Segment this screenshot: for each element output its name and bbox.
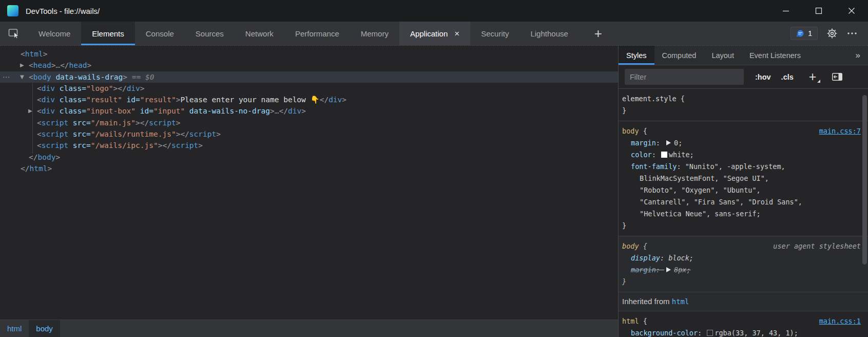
token-a: data-wails-no-drag [185, 107, 270, 115]
tab-welcome[interactable]: Welcome [28, 22, 81, 45]
node-line: <script src="/wails/ipc.js"></script> [37, 140, 203, 151]
tree-row[interactable]: <div class="logo"></div> [0, 83, 618, 94]
tab-console[interactable]: Console [135, 22, 185, 45]
dock-sidebar-button[interactable] [832, 72, 843, 81]
token-b: > [123, 73, 127, 81]
tree-row[interactable]: ▶<head>…</head> [0, 60, 618, 71]
tab-performance[interactable]: Performance [284, 22, 350, 45]
sidebar-tab-layout[interactable]: Layout [704, 46, 742, 65]
tree-row[interactable]: </html> [0, 163, 618, 174]
maximize-button[interactable] [802, 0, 835, 22]
node-line: <script src="/wails/runtime.js"></script… [37, 128, 221, 140]
tab-lighthouse[interactable]: Lighthouse [519, 22, 578, 45]
css-property-margin[interactable]: margin: 0; [622, 137, 864, 149]
token-b: </ [180, 130, 189, 138]
property-value-line: "Roboto", "Oxygen", "Ubuntu", [640, 186, 761, 194]
tab-sources[interactable]: Sources [185, 22, 235, 45]
minimize-button[interactable] [769, 0, 802, 22]
node-line: <html> [21, 48, 47, 60]
tree-row[interactable]: </body> [0, 152, 618, 163]
property-name: background-color [631, 329, 698, 337]
tree-row[interactable]: <html> [0, 48, 618, 60]
collapse-icon[interactable]: ▼ [20, 71, 24, 83]
toggle-element-state-button[interactable]: :hov [755, 73, 771, 81]
open-brace: { [639, 242, 647, 250]
token-v: "/wails/ipc.js" [91, 141, 158, 149]
chat-bubble-icon [796, 29, 804, 38]
token-t: body [37, 153, 55, 161]
tree-row[interactable]: ⋯▼<body data-wails-drag> == $0 [0, 71, 618, 83]
token-e: … [55, 61, 60, 69]
node-line: </html> [21, 163, 52, 174]
css-property-font-family[interactable]: font-family: "Nunito", -apple-system, [622, 161, 864, 173]
tab-label: Layout [711, 51, 734, 60]
expand-icon[interactable]: ▶ [28, 105, 32, 117]
styles-filter-input[interactable] [625, 69, 744, 85]
css-property-margin[interactable]: margin: 8px; [622, 264, 864, 276]
settings-button[interactable] [826, 28, 838, 39]
token-b: </ [21, 164, 29, 173]
sidebar-tab-event-listeners[interactable]: Event Listeners [742, 46, 808, 65]
tab-memory[interactable]: Memory [350, 22, 399, 45]
inherited-node-link[interactable]: html [672, 297, 689, 306]
token-b: > [47, 164, 52, 173]
property-value-line: "Cantarell", "Fira Sans", "Droid Sans", [640, 198, 802, 206]
element-classes-button[interactable]: .cls [781, 73, 794, 81]
more-tabs-button[interactable]: » [848, 46, 868, 65]
expand-longhand-icon[interactable] [666, 140, 671, 145]
breadcrumb-item-body[interactable]: body [29, 320, 60, 337]
inspect-element-button[interactable] [0, 22, 28, 45]
token-b: </ [279, 107, 287, 115]
breadcrumb-item-html[interactable]: html [0, 320, 29, 337]
badge-count: 1 [808, 29, 812, 38]
rule-selector[interactable]: body [622, 127, 639, 135]
tree-row[interactable]: <script src="/wails/runtime.js"></script… [0, 128, 618, 140]
css-property-background-color[interactable]: background-color: rgba(33, 37, 43, 1); [622, 327, 864, 337]
color-swatch[interactable] [661, 152, 667, 158]
node-line: ▶<head>…</head> [29, 60, 91, 71]
color-swatch[interactable] [707, 330, 713, 336]
token-a: data-wails-drag [51, 73, 123, 81]
tab-elements[interactable]: Elements [81, 22, 135, 45]
style-rule-body: body {main.css:7margin: 0;color: white;f… [619, 121, 868, 236]
tab-application[interactable]: Application× [399, 22, 470, 45]
stylesheet-link[interactable]: main.css:7 [819, 125, 861, 137]
property-name: display [631, 254, 660, 262]
css-property-display[interactable]: display: block; [622, 252, 864, 264]
close-tab-icon[interactable]: × [454, 29, 459, 38]
semicolon: ; [794, 329, 798, 337]
colon: : [656, 266, 664, 274]
tab-label: Console [146, 29, 174, 38]
rule-selector[interactable]: body [622, 242, 639, 250]
rule-header: body {user agent stylesheet [622, 240, 864, 252]
token-a: id= [122, 96, 140, 104]
tree-row[interactable]: <script src="/wails/ipc.js"></script> [0, 140, 618, 151]
expand-longhand-icon[interactable] [666, 267, 671, 272]
expand-icon[interactable]: ▶ [20, 60, 24, 71]
feedback-badge[interactable]: 1 [790, 27, 818, 40]
new-style-rule-button[interactable]: + [809, 70, 817, 83]
token-b: < [37, 96, 42, 104]
tree-row[interactable]: ▶<div class="input-box" id="input" data-… [0, 105, 618, 117]
add-tab-button[interactable]: + [579, 22, 618, 45]
rule-selector[interactable]: html [622, 317, 639, 325]
more-options-button[interactable] [846, 28, 858, 39]
row-menu-icon[interactable]: ⋯ [3, 71, 11, 83]
sidebar-tab-styles[interactable]: Styles [619, 46, 654, 65]
token-t: script [189, 130, 216, 138]
rule-selector[interactable]: element.style [622, 95, 677, 103]
close-button[interactable] [835, 0, 868, 22]
toolbar-right-icons: 1 [790, 22, 868, 45]
tab-label: Styles [626, 51, 647, 60]
token-t: script [171, 141, 198, 149]
stylesheet-link[interactable]: main.css:1 [819, 315, 861, 327]
css-property-color[interactable]: color: white; [622, 149, 864, 161]
sidebar-tab-computed[interactable]: Computed [654, 46, 704, 65]
styles-scrollbar[interactable] [862, 95, 867, 265]
tab-network[interactable]: Network [235, 22, 284, 45]
tree-row[interactable]: <script src="/main.js"></script> [0, 117, 618, 128]
node-line: </body> [29, 152, 60, 163]
tab-security[interactable]: Security [470, 22, 519, 45]
tree-row[interactable]: <div class="result" id="result">Please e… [0, 94, 618, 105]
property-value-wrap: "Cantarell", "Fira Sans", "Droid Sans", [622, 196, 864, 208]
